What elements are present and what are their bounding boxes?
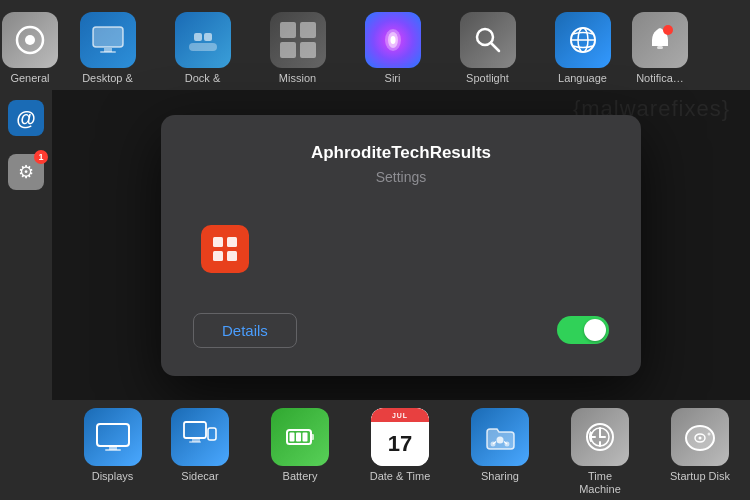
top-icon-siri[interactable]: Siri [345,8,440,85]
svg-rect-21 [227,251,237,261]
bottom-icon-sidecar[interactable]: Sidecar [150,408,250,483]
modal-overlay: AphroditeTechResults Settings Details [52,90,750,400]
settings-background: General Desktop & Dock & [0,0,750,500]
modal-actions: Details [193,313,609,348]
svg-rect-24 [105,449,121,451]
calendar-month: JUL [392,412,408,419]
svg-rect-16 [657,46,663,49]
svg-rect-33 [303,433,308,442]
top-icon-spotlight[interactable]: Spotlight [440,8,535,85]
details-button[interactable]: Details [193,313,297,348]
svg-rect-25 [184,422,206,438]
app-icon [201,225,249,273]
bottom-icon-sidecar-label: Sidecar [181,470,218,483]
svg-rect-20 [213,251,223,261]
top-icon-notifications-label: Notifica… [636,72,684,85]
svg-point-10 [390,36,395,44]
top-icon-dock-label: Dock & [185,72,220,85]
top-icon-notifications[interactable]: Notifica… [630,8,690,85]
svg-point-47 [708,433,711,436]
bottom-icon-datetime[interactable]: JUL 17 Date & Time [350,408,450,483]
svg-rect-22 [97,424,129,446]
top-icon-mission[interactable]: Mission [250,8,345,85]
top-icon-siri-label: Siri [385,72,401,85]
top-icon-language[interactable]: Language [535,8,630,85]
top-icon-general[interactable]: General [0,8,60,85]
bottom-icon-startupdisk-label: Startup Disk [670,470,730,483]
sidebar-icon-internet[interactable]: @ [8,100,44,136]
top-icon-desktop-label: Desktop & [82,72,133,85]
sidebar-icon-software-update[interactable]: ⚙ 1 [8,154,44,190]
bottom-icon-displays-label: Displays [92,470,134,483]
modal-title: AphroditeTechResults [193,143,609,163]
top-icon-desktop[interactable]: Desktop & [60,8,155,85]
svg-rect-26 [208,428,216,440]
svg-rect-32 [296,433,301,442]
bottom-icon-sharing[interactable]: Sharing [450,408,550,483]
bottom-icon-battery-label: Battery [283,470,318,483]
top-icons-row: General Desktop & Dock & [0,0,750,90]
top-icon-dock[interactable]: Dock & [155,8,250,85]
svg-rect-30 [311,434,314,440]
bottom-icons-row: Displays Sidecar [0,400,750,500]
svg-rect-19 [227,237,237,247]
svg-rect-5 [189,43,217,51]
svg-point-46 [699,437,702,440]
bottom-icon-displays[interactable]: Displays [75,408,150,483]
bottom-icon-battery[interactable]: Battery [250,408,350,483]
update-badge: 1 [34,150,48,164]
toggle-switch[interactable] [557,316,609,344]
svg-line-12 [491,43,499,51]
bottom-icon-startupdisk[interactable]: Startup Disk [650,408,750,483]
bottom-icon-sharing-label: Sharing [481,470,519,483]
svg-rect-18 [213,237,223,247]
svg-rect-2 [93,27,123,47]
svg-rect-6 [194,33,202,41]
permission-dialog: AphroditeTechResults Settings Details [161,115,641,376]
bottom-icon-timemachine[interactable]: TimeMachine [550,408,650,496]
bottom-icon-datetime-label: Date & Time [370,470,431,483]
svg-rect-4 [100,51,116,53]
svg-point-17 [663,25,673,35]
top-icon-mission-label: Mission [279,72,316,85]
svg-point-1 [25,35,35,45]
sidebar-strip: @ ⚙ 1 [0,90,52,400]
svg-rect-7 [204,33,212,41]
bottom-icon-timemachine-label: TimeMachine [579,470,621,496]
top-icon-language-label: Language [558,72,607,85]
toggle-knob [584,319,606,341]
svg-rect-31 [290,433,295,442]
modal-subtitle: Settings [193,169,609,185]
modal-app-row [193,225,609,273]
svg-rect-28 [189,441,201,443]
top-icon-spotlight-label: Spotlight [466,72,509,85]
top-icon-general-label: General [10,72,49,85]
svg-point-34 [497,437,504,444]
calendar-day: 17 [388,431,412,457]
